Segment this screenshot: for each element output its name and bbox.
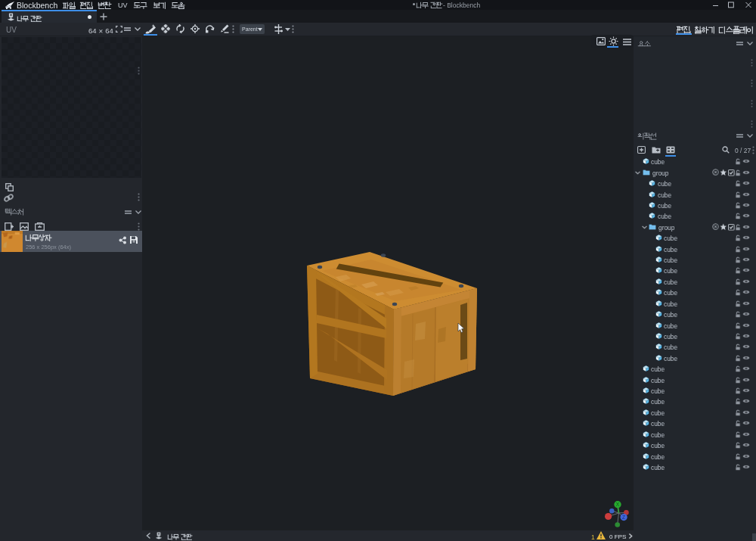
- svg-text:Z: Z: [622, 515, 625, 520]
- svg-text:X: X: [616, 502, 620, 507]
